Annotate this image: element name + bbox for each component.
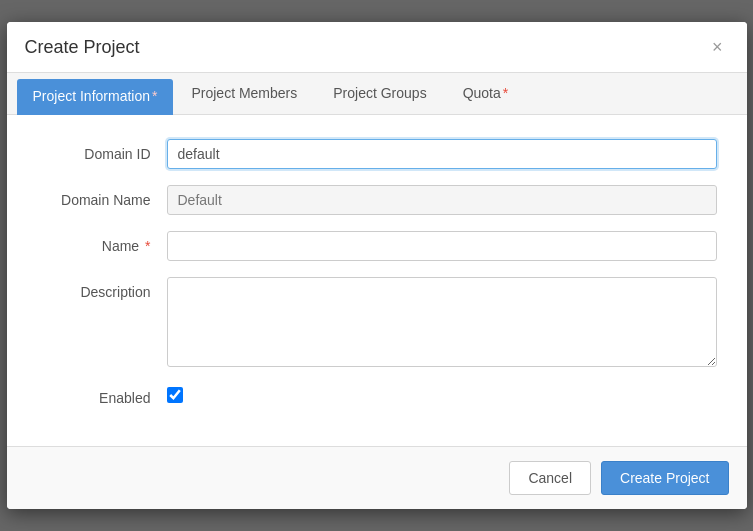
tab-project-members[interactable]: Project Members (173, 73, 315, 115)
tab-project-members-label: Project Members (191, 85, 297, 101)
name-input[interactable] (167, 231, 717, 261)
modal-title: Create Project (25, 37, 140, 58)
description-label: Description (37, 277, 167, 300)
name-required-indicator: * (141, 238, 150, 254)
modal-overlay: Create Project × Project Information* Pr… (0, 0, 753, 531)
close-button[interactable]: × (706, 36, 729, 58)
modal-body: Domain ID Domain Name Name * Description (7, 115, 747, 446)
domain-id-label: Domain ID (37, 139, 167, 162)
name-label: Name * (37, 231, 167, 254)
enabled-checkbox[interactable] (167, 387, 183, 403)
description-textarea[interactable] (167, 277, 717, 367)
enabled-checkbox-wrap (167, 383, 183, 403)
tab-bar: Project Information* Project Members Pro… (7, 73, 747, 115)
domain-id-row: Domain ID (37, 139, 717, 169)
tab-quota-label: Quota (463, 85, 501, 101)
tab-quota-required: * (503, 85, 508, 101)
enabled-row: Enabled (37, 383, 717, 406)
tab-project-groups[interactable]: Project Groups (315, 73, 444, 115)
description-row: Description (37, 277, 717, 367)
domain-name-row: Domain Name (37, 185, 717, 215)
tab-project-information-required: * (152, 88, 157, 104)
domain-name-label: Domain Name (37, 185, 167, 208)
create-project-button[interactable]: Create Project (601, 461, 728, 495)
domain-id-input[interactable] (167, 139, 717, 169)
enabled-label: Enabled (37, 383, 167, 406)
create-project-modal: Create Project × Project Information* Pr… (7, 22, 747, 509)
modal-footer: Cancel Create Project (7, 446, 747, 509)
tab-project-information-label: Project Information (33, 88, 151, 104)
name-row: Name * (37, 231, 717, 261)
tab-project-groups-label: Project Groups (333, 85, 426, 101)
modal-header: Create Project × (7, 22, 747, 73)
cancel-button[interactable]: Cancel (509, 461, 591, 495)
tab-project-information[interactable]: Project Information* (17, 79, 174, 115)
tab-quota[interactable]: Quota* (445, 73, 527, 115)
domain-name-input[interactable] (167, 185, 717, 215)
